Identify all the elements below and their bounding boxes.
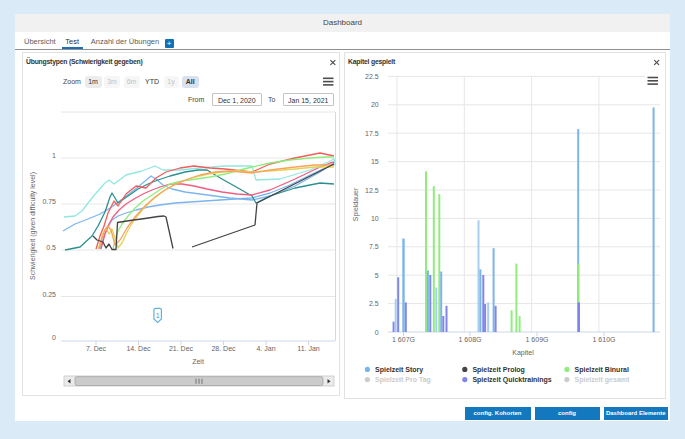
svg-text:7.5: 7.5 — [369, 243, 379, 250]
svg-text:Kapitel: Kapitel — [512, 349, 534, 357]
svg-text:11. Jan: 11. Jan — [297, 345, 320, 352]
svg-text:Zeit: Zeit — [192, 358, 204, 365]
svg-text:0.75: 0.75 — [42, 198, 56, 205]
svg-text:Spielzeit Pro Tag: Spielzeit Pro Tag — [375, 376, 431, 384]
svg-text:14. Dec: 14. Dec — [126, 345, 151, 352]
svg-text:28. Dec: 28. Dec — [211, 345, 236, 352]
svg-text:1: 1 — [156, 312, 160, 319]
svg-text:Spielzeit gesamt: Spielzeit gesamt — [575, 376, 631, 384]
svg-text:17.5: 17.5 — [365, 130, 379, 137]
svg-text:7. Dec: 7. Dec — [86, 345, 107, 352]
svg-text:0.5: 0.5 — [46, 244, 56, 251]
svg-text:1 607G: 1 607G — [392, 336, 415, 343]
svg-text:0: 0 — [52, 334, 56, 341]
svg-text:Spielzeit Quicktrainings: Spielzeit Quicktrainings — [472, 376, 551, 384]
svg-text:1: 1 — [52, 152, 56, 159]
svg-text:0: 0 — [375, 329, 379, 336]
svg-text:2.5: 2.5 — [369, 300, 379, 307]
svg-text:Spielzeit Binural: Spielzeit Binural — [575, 366, 630, 374]
svg-text:0.25: 0.25 — [42, 291, 56, 298]
svg-text:Spielzeit Story: Spielzeit Story — [375, 366, 423, 374]
svg-text:22.5: 22.5 — [365, 73, 379, 80]
svg-text:21. Dec: 21. Dec — [169, 345, 194, 352]
svg-text:10: 10 — [371, 215, 379, 222]
svg-text:Spieldauer: Spieldauer — [352, 187, 360, 221]
svg-text:5: 5 — [375, 272, 379, 279]
svg-text:1 610G: 1 610G — [593, 336, 616, 343]
svg-text:12.5: 12.5 — [365, 187, 379, 194]
svg-text:Schwierigkeit (given difficult: Schwierigkeit (given difficulty level) — [29, 172, 37, 280]
svg-text:1 608G: 1 608G — [459, 336, 482, 343]
svg-text:Spielzeit Prolog: Spielzeit Prolog — [472, 366, 525, 374]
svg-text:4. Jan: 4. Jan — [256, 345, 275, 352]
svg-text:1 609G: 1 609G — [526, 336, 549, 343]
svg-text:20: 20 — [371, 101, 379, 108]
svg-text:15: 15 — [371, 158, 379, 165]
